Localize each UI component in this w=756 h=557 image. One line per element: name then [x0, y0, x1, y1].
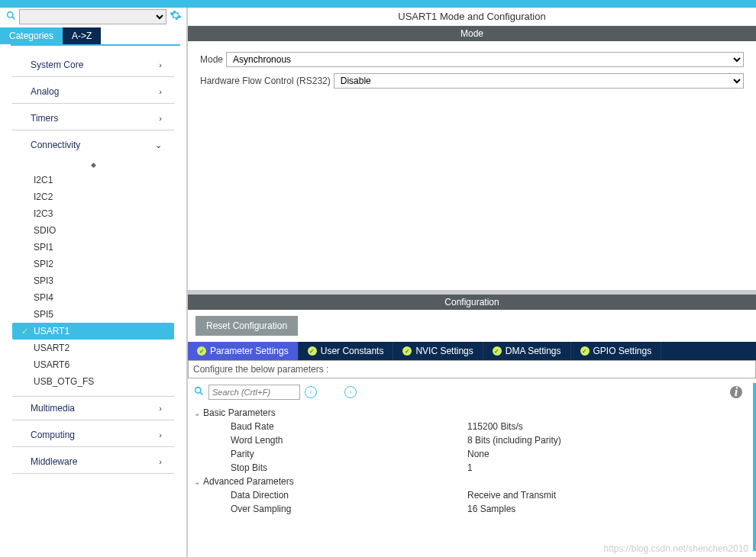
param-value: 115200 Bits/s — [467, 421, 523, 432]
main-layout: Categories A->Z System Core › Analog › T… — [0, 8, 756, 557]
check-icon: ✓ — [197, 346, 206, 356]
category-label: Multimedia — [31, 403, 75, 414]
group-advanced-parameters[interactable]: ⌄ Advanced Parameters — [194, 475, 750, 488]
param-stop-bits[interactable]: Stop Bits 1 — [194, 461, 750, 475]
tab-label: Parameter Settings — [210, 346, 289, 356]
instruction-text: Configure the below parameters : — [188, 360, 756, 378]
chevron-right-icon: › — [159, 114, 162, 123]
tab-a-z[interactable]: A->Z — [63, 27, 101, 44]
sidebar-item-usart2[interactable]: USART2 — [12, 340, 174, 356]
check-icon: ✓ — [493, 346, 502, 356]
peripheral-title: USART1 Mode and Configuration — [188, 8, 756, 26]
hwflow-label: Hardware Flow Control (RS232) — [200, 76, 331, 86]
search-select[interactable] — [19, 9, 166, 24]
param-over-sampling[interactable]: Over Sampling 16 Samples — [194, 502, 750, 516]
sort-handle-icon[interactable]: ◆ — [0, 159, 186, 170]
tab-parameter-settings[interactable]: ✓ Parameter Settings — [188, 342, 299, 360]
tab-label: NVIC Settings — [415, 346, 473, 356]
param-value: Receive and Transmit — [467, 490, 556, 501]
connectivity-sublist: I2C1 I2C2 I2C3 SDIO SPI1 SPI2 SPI3 SPI4 … — [12, 172, 174, 390]
sidebar-item-spi3[interactable]: SPI3 — [12, 272, 174, 289]
param-data-direction[interactable]: Data Direction Receive and Transmit — [194, 488, 750, 502]
sidebar-item-spi4[interactable]: SPI4 — [12, 289, 174, 306]
category-label: Connectivity — [31, 140, 80, 150]
sidebar-item-usart1[interactable]: USART1 — [12, 323, 174, 340]
category-label: Middleware — [31, 456, 77, 467]
sidebar-item-i2c1[interactable]: I2C1 — [12, 172, 174, 188]
hwflow-select[interactable]: Disable — [334, 73, 744, 89]
search-prev-icon[interactable]: ‹ — [305, 386, 317, 398]
param-value: None — [467, 449, 489, 459]
svg-point-2 — [195, 388, 201, 393]
category-list: System Core › Analog › Timers › Connecti… — [0, 46, 186, 474]
category-label: System Core — [31, 60, 83, 70]
sidebar-item-spi1[interactable]: SPI1 — [12, 239, 174, 256]
svg-point-0 — [8, 12, 13, 18]
gear-icon[interactable] — [170, 9, 182, 24]
param-label: Over Sampling — [231, 504, 467, 514]
param-label: Parity — [231, 449, 467, 459]
param-tree: ⌄ Basic Parameters Baud Rate 115200 Bits… — [188, 403, 756, 525]
param-search-row: ‹ › i — [188, 378, 756, 403]
category-computing[interactable]: Computing › — [12, 423, 174, 447]
collapse-icon: ⌄ — [194, 478, 200, 486]
tab-dma-settings[interactable]: ✓ DMA Settings — [483, 342, 571, 360]
category-label: Computing — [31, 430, 75, 440]
param-word-length[interactable]: Word Length 8 Bits (including Parity) — [194, 433, 750, 447]
reset-configuration-button[interactable]: Reset Configuration — [195, 316, 298, 336]
param-search-input[interactable] — [208, 385, 300, 400]
tab-label: GPIO Settings — [593, 346, 652, 356]
param-value: 16 Samples — [467, 504, 515, 514]
sidebar-item-spi5[interactable]: SPI5 — [12, 306, 174, 323]
right-panel: USART1 Mode and Configuration Mode Mode … — [188, 8, 756, 557]
param-label: Baud Rate — [231, 421, 467, 432]
app-topbar — [0, 0, 756, 8]
sidebar-item-usart6[interactable]: USART6 — [12, 356, 174, 373]
category-middleware[interactable]: Middleware › — [12, 450, 174, 474]
sidebar-item-i2c3[interactable]: I2C3 — [12, 205, 174, 222]
param-baud-rate[interactable]: Baud Rate 115200 Bits/s — [194, 420, 750, 433]
param-parity[interactable]: Parity None — [194, 447, 750, 461]
tab-label: DMA Settings — [506, 346, 561, 356]
check-icon: ✓ — [402, 346, 412, 356]
sidebar-item-sdio[interactable]: SDIO — [12, 222, 174, 239]
tab-gpio-settings[interactable]: ✓ GPIO Settings — [571, 342, 662, 360]
param-label: Stop Bits — [231, 462, 467, 473]
search-icon — [6, 11, 16, 23]
config-section-header: Configuration — [188, 295, 756, 310]
scrollbar[interactable] — [753, 383, 756, 551]
mode-panel: Mode Asynchronous Hardware Flow Control … — [188, 41, 756, 290]
sidebar-item-usb-otg-fs[interactable]: USB_OTG_FS — [12, 373, 174, 390]
search-next-icon[interactable]: › — [344, 386, 357, 398]
chevron-right-icon: › — [159, 87, 162, 96]
chevron-down-icon: ⌄ — [155, 140, 162, 150]
chevron-right-icon: › — [159, 457, 162, 466]
param-value: 1 — [467, 462, 473, 473]
mode-row: Mode Asynchronous — [200, 52, 744, 67]
tab-nvic-settings[interactable]: ✓ NVIC Settings — [393, 342, 483, 360]
group-basic-parameters[interactable]: ⌄ Basic Parameters — [194, 406, 750, 420]
tab-label: User Constants — [321, 346, 384, 356]
category-system-core[interactable]: System Core › — [12, 53, 174, 77]
tab-categories[interactable]: Categories — [0, 27, 63, 44]
check-icon: ✓ — [308, 346, 317, 356]
category-connectivity[interactable]: Connectivity ⌄ — [12, 134, 174, 156]
mode-select[interactable]: Asynchronous — [226, 52, 744, 67]
category-label: Analog — [31, 86, 59, 97]
tab-user-constants[interactable]: ✓ User Constants — [299, 342, 394, 360]
sidebar-item-i2c2[interactable]: I2C2 — [12, 188, 174, 205]
mode-label: Mode — [200, 54, 223, 65]
check-icon: ✓ — [580, 346, 590, 356]
param-value: 8 Bits (including Parity) — [467, 435, 561, 446]
chevron-right-icon: › — [159, 404, 162, 413]
mode-section-header: Mode — [188, 26, 756, 41]
category-timers[interactable]: Timers › — [12, 107, 174, 130]
reset-row: Reset Configuration — [188, 310, 756, 342]
chevron-right-icon: › — [159, 60, 162, 69]
category-analog[interactable]: Analog › — [12, 80, 174, 104]
info-icon[interactable]: i — [730, 386, 742, 398]
hwflow-row: Hardware Flow Control (RS232) Disable — [200, 73, 744, 89]
category-multimedia[interactable]: Multimedia › — [12, 396, 174, 420]
sidebar-item-spi2[interactable]: SPI2 — [12, 256, 174, 272]
collapse-icon: ⌄ — [194, 409, 200, 417]
